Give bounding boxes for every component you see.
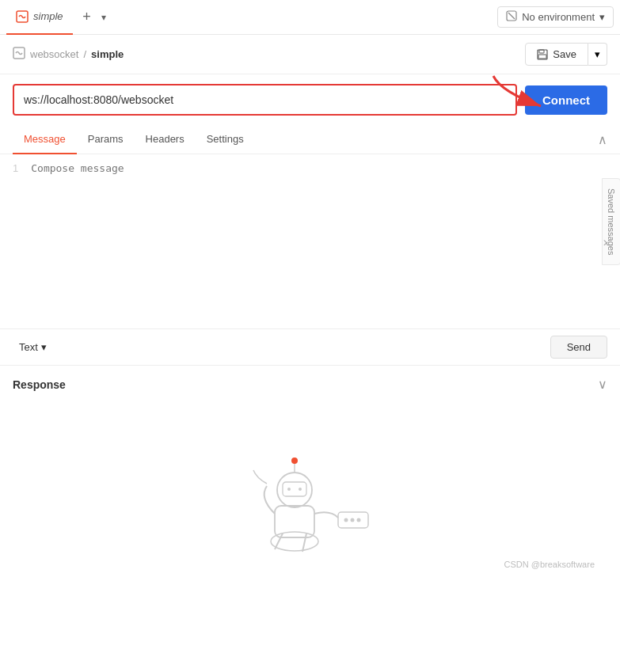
message-type-dropdown[interactable]: Text ▾ xyxy=(13,338,53,356)
tab-message[interactable]: Message xyxy=(13,125,77,154)
message-bottom-bar: Text ▾ Send xyxy=(0,329,620,366)
breadcrumb-separator: / xyxy=(83,48,86,60)
sub-header: websocket / simple Save ▾ xyxy=(0,35,620,74)
tab-headers[interactable]: Headers xyxy=(135,125,196,154)
tabs-collapse-button[interactable]: ∧ xyxy=(598,132,607,147)
save-icon xyxy=(537,49,548,60)
tab-label: simple xyxy=(33,10,63,22)
svg-point-21 xyxy=(299,488,302,491)
saved-messages-tab[interactable]: Saved messages xyxy=(602,178,620,265)
add-tab-button[interactable]: + xyxy=(76,6,98,28)
tab-params[interactable]: Params xyxy=(77,125,135,154)
websocket-icon xyxy=(16,10,29,23)
sub-header-actions: Save ▾ xyxy=(525,43,607,66)
panel-collapse-handle[interactable]: › xyxy=(603,235,607,249)
response-section: Response ∨ xyxy=(0,366,620,577)
line-numbers: 1 xyxy=(0,154,25,328)
svg-rect-6 xyxy=(538,55,546,59)
tabs-dropdown-button[interactable]: ▾ xyxy=(101,12,106,23)
breadcrumb-icon xyxy=(13,47,25,62)
url-input-wrapper xyxy=(13,84,517,116)
request-tabs: Message Params Headers Settings ∧ xyxy=(0,125,620,154)
svg-point-13 xyxy=(344,518,348,522)
robot-illustration xyxy=(223,419,397,561)
breadcrumb-current: simple xyxy=(91,48,124,60)
tab-settings[interactable]: Settings xyxy=(196,125,255,154)
watermark: CSDN @breaksoftware xyxy=(504,560,595,569)
response-header: Response ∨ xyxy=(13,366,607,403)
env-label: No environment xyxy=(522,11,595,23)
tab-simple[interactable]: simple xyxy=(6,0,73,35)
tab-bar: simple + ▾ No environment ▾ xyxy=(0,0,620,35)
breadcrumb: websocket / simple xyxy=(13,47,525,62)
svg-line-2 xyxy=(508,13,515,19)
text-label: Text xyxy=(19,341,38,353)
message-editor-wrapper: 1 Saved messages › xyxy=(0,154,620,329)
response-title: Response xyxy=(13,378,66,391)
environment-selector[interactable]: No environment ▾ xyxy=(497,6,614,28)
chevron-down-icon: ▾ xyxy=(41,341,47,353)
svg-point-18 xyxy=(291,457,298,464)
env-dropdown-icon: ▾ xyxy=(599,11,605,23)
message-editor: 1 xyxy=(0,154,620,329)
url-bar-container: Connect xyxy=(0,74,620,125)
url-bar: Connect xyxy=(13,84,607,116)
svg-line-10 xyxy=(302,533,306,552)
svg-rect-19 xyxy=(283,482,306,496)
url-section: Connect xyxy=(0,74,620,125)
breadcrumb-root: websocket xyxy=(30,48,78,60)
svg-point-15 xyxy=(356,518,360,522)
compose-input[interactable] xyxy=(25,154,617,328)
url-input[interactable] xyxy=(14,85,515,114)
response-collapse-button[interactable]: ∨ xyxy=(598,377,607,392)
save-button[interactable]: Save xyxy=(525,43,588,66)
svg-rect-11 xyxy=(275,506,314,537)
illustration-area: CSDN @breaksoftware xyxy=(13,403,607,577)
tab-bar-right: No environment ▾ xyxy=(497,6,614,28)
send-button[interactable]: Send xyxy=(550,336,607,359)
svg-point-14 xyxy=(350,518,354,522)
no-env-icon xyxy=(506,10,517,24)
connect-button[interactable]: Connect xyxy=(525,85,607,115)
save-dropdown-button[interactable]: ▾ xyxy=(588,43,607,66)
svg-point-20 xyxy=(287,488,291,491)
